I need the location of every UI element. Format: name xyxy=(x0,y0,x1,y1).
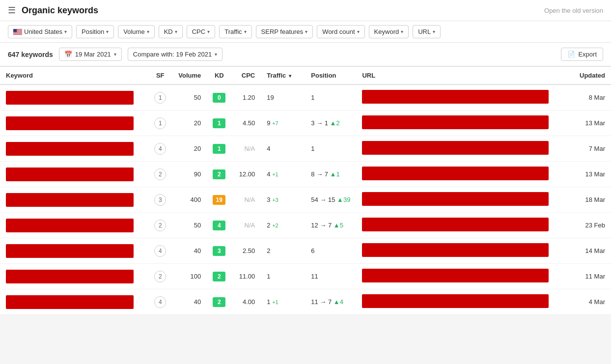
keyword-cell xyxy=(0,238,148,264)
sf-badge: 1 xyxy=(154,117,166,129)
col-header-traffic[interactable]: Traffic ▾ xyxy=(261,67,305,84)
kd-cell: 4 xyxy=(207,213,231,238)
url-cell xyxy=(356,264,567,289)
traffic-value: 2 xyxy=(267,222,270,229)
sf-badge: 2 xyxy=(154,168,166,180)
traffic-delta: +1 xyxy=(272,299,278,305)
filter-cpc[interactable]: CPC ▾ xyxy=(187,25,215,38)
traffic-value: 1 xyxy=(267,273,270,280)
pos-to: 7 xyxy=(328,298,332,306)
kd-badge: 2 xyxy=(213,169,225,179)
filter-country[interactable]: United States ▾ xyxy=(8,25,72,38)
col-header-cpc[interactable]: CPC xyxy=(231,67,261,84)
sf-cell: 1 xyxy=(148,84,172,111)
traffic-cell: 3 +3 xyxy=(261,187,305,213)
col-header-url[interactable]: URL xyxy=(356,67,567,84)
kd-badge: 4 xyxy=(213,221,225,230)
kd-cell: 2 xyxy=(207,289,231,315)
keyword-cell xyxy=(0,162,148,187)
traffic-value: 4 xyxy=(267,145,270,152)
filter-position[interactable]: Position ▾ xyxy=(76,25,114,38)
cpc-cell: 2.50 xyxy=(231,238,261,264)
export-button[interactable]: 📄 Export xyxy=(561,48,603,61)
export-icon: 📄 xyxy=(567,51,575,58)
sf-badge: 2 xyxy=(154,271,166,282)
redacted-keyword xyxy=(6,295,134,309)
sf-cell: 4 xyxy=(148,238,172,264)
sf-badge: 4 xyxy=(154,245,166,257)
sf-cell: 4 xyxy=(148,289,172,315)
updated-cell: 13 Mar xyxy=(567,162,611,187)
url-cell xyxy=(356,187,567,213)
filter-bar: United States ▾ Position ▾ Volume ▾ KD ▾… xyxy=(0,21,611,43)
toolbar: 647 keywords 📅 19 Mar 2021 ▾ Compare wit… xyxy=(0,43,611,67)
pos-to: 7 xyxy=(325,170,328,178)
filter-keyword[interactable]: Keyword ▾ xyxy=(369,25,409,38)
compare-label: Compare with: 19 Feb 2021 xyxy=(133,51,212,58)
cpc-cell: N/A xyxy=(231,213,261,238)
kd-badge: 1 xyxy=(213,144,225,154)
filter-word-count[interactable]: Word count ▾ xyxy=(317,25,364,38)
filter-volume[interactable]: Volume ▾ xyxy=(118,25,154,38)
traffic-delta: +1 xyxy=(272,171,278,177)
volume-cell: 50 xyxy=(172,213,207,238)
redacted-keyword xyxy=(6,91,134,105)
table-row: 44024.001 +111 → 7 ▲44 Mar xyxy=(0,289,611,315)
redacted-url xyxy=(362,192,549,206)
updated-cell: 18 Mar xyxy=(567,187,611,213)
traffic-value: 9 xyxy=(267,119,270,127)
compare-button[interactable]: Compare with: 19 Feb 2021 ▾ xyxy=(128,48,222,61)
pos-delta: ▲2 xyxy=(330,119,340,127)
keyword-cell xyxy=(0,213,148,238)
pos-delta: ▲5 xyxy=(333,222,343,229)
keyword-cell xyxy=(0,111,148,136)
pos-delta: ▲1 xyxy=(330,170,340,178)
filter-kd[interactable]: KD ▾ xyxy=(159,25,183,38)
col-header-keyword[interactable]: Keyword xyxy=(0,67,148,84)
redacted-keyword xyxy=(6,142,134,156)
col-header-updated[interactable]: Updated xyxy=(567,67,611,84)
filter-traffic[interactable]: Traffic ▾ xyxy=(219,25,251,38)
pos-from: 12 xyxy=(311,222,318,229)
volume-cell: 40 xyxy=(172,289,207,315)
position-cell: 1 xyxy=(305,136,356,162)
sf-badge: 4 xyxy=(154,296,166,308)
table-row: 2504N/A2 +212 → 7 ▲523 Feb xyxy=(0,213,611,238)
arrow-icon: → xyxy=(320,196,326,203)
sf-cell: 2 xyxy=(148,162,172,187)
redacted-url xyxy=(362,243,549,257)
sf-cell: 2 xyxy=(148,264,172,289)
keywords-count: 647 keywords xyxy=(8,51,53,58)
updated-cell: 13 Mar xyxy=(567,111,611,136)
traffic-value: 3 xyxy=(267,196,270,203)
page-title: Organic keywords xyxy=(22,5,544,16)
table-row: 2100211.0011111 Mar xyxy=(0,264,611,289)
redacted-url xyxy=(362,115,549,129)
traffic-cell: 19 xyxy=(261,84,305,111)
date-picker-button[interactable]: 📅 19 Mar 2021 ▾ xyxy=(59,48,122,61)
chevron-down-icon: ▾ xyxy=(215,52,217,57)
filter-serp-features[interactable]: SERP features ▾ xyxy=(256,25,313,38)
table-row: 340019N/A3 +354 → 15 ▲3918 Mar xyxy=(0,187,611,213)
hamburger-icon[interactable]: ☰ xyxy=(8,5,16,16)
traffic-cell: 2 xyxy=(261,238,305,264)
col-header-position[interactable]: Position xyxy=(305,67,356,84)
filter-traffic-label: Traffic xyxy=(224,28,242,35)
sf-badge: 1 xyxy=(154,92,166,104)
arrow-icon: → xyxy=(316,170,323,178)
col-header-volume[interactable]: Volume xyxy=(172,67,207,84)
old-version-link[interactable]: Open the old version xyxy=(544,7,603,14)
col-header-kd[interactable]: KD xyxy=(207,67,231,84)
keywords-table: Keyword SF Volume KD CPC Traffic ▾ Posit… xyxy=(0,67,611,315)
filter-url[interactable]: URL ▾ xyxy=(413,25,441,38)
chevron-down-icon: ▾ xyxy=(114,52,116,57)
url-cell xyxy=(356,111,567,136)
sf-badge: 4 xyxy=(154,143,166,155)
col-header-sf[interactable]: SF xyxy=(148,67,172,84)
volume-cell: 90 xyxy=(172,162,207,187)
updated-cell: 11 Mar xyxy=(567,264,611,289)
kd-badge: 0 xyxy=(213,93,225,103)
table-row: 12014.509 +73 → 1 ▲213 Mar xyxy=(0,111,611,136)
keyword-cell xyxy=(0,187,148,213)
redacted-keyword xyxy=(6,168,134,181)
